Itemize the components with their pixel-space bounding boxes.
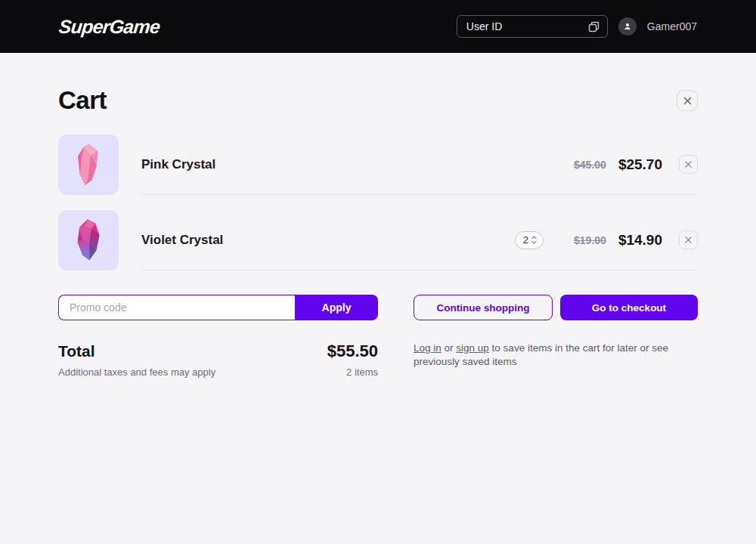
- promo-code-group: Apply: [58, 295, 378, 320]
- copy-icon[interactable]: [587, 20, 600, 33]
- remove-icon: [685, 236, 692, 243]
- total-line: Total $55.50: [58, 342, 378, 361]
- close-icon: [683, 97, 692, 105]
- user-id-label: User ID: [466, 20, 502, 32]
- pink-crystal-gem: [64, 140, 113, 190]
- item-old-price: $19.00: [574, 234, 606, 246]
- page-title: Cart: [58, 86, 107, 115]
- violet-crystal-image: [58, 210, 119, 270]
- quantity-stepper[interactable]: 2: [515, 231, 544, 249]
- checkout-actions: Continue shopping Go to checkout: [414, 295, 698, 320]
- logo: SuperGame: [57, 16, 160, 38]
- continue-shopping-button[interactable]: Continue shopping: [414, 295, 553, 320]
- totals-block: Total $55.50 Additional taxes and fees m…: [58, 342, 378, 378]
- close-cart-button[interactable]: [677, 90, 698, 111]
- remove-icon: [685, 161, 692, 168]
- user-id-field[interactable]: User ID: [457, 15, 608, 38]
- violet-crystal-gem: [64, 215, 113, 265]
- item-price: $14.90: [618, 232, 662, 249]
- remove-item-button[interactable]: [679, 230, 698, 249]
- cart-header: Cart: [58, 86, 698, 115]
- item-body: Pink Crystal $45.00 $25.70: [141, 134, 698, 195]
- total-subline: Additional taxes and fees may apply 2 it…: [58, 366, 378, 378]
- items-count: 2 items: [346, 366, 378, 378]
- login-note: Log in or sign up to save items in the c…: [414, 342, 698, 378]
- quantity-value: 2: [523, 234, 528, 246]
- summary-row: Total $55.50 Additional taxes and fees m…: [58, 342, 698, 378]
- promo-code-input[interactable]: [58, 295, 295, 320]
- item-old-price: $45.00: [574, 159, 606, 171]
- item-controls: 2 $19.00 $14.90: [515, 230, 698, 249]
- apply-promo-button[interactable]: Apply: [295, 295, 378, 320]
- avatar[interactable]: [618, 17, 637, 36]
- item-price: $25.70: [618, 156, 662, 173]
- pink-crystal-image: [58, 134, 119, 195]
- actions-row: Apply Continue shopping Go to checkout: [58, 295, 698, 320]
- username: Gamer007: [647, 20, 697, 32]
- header-right: User ID Gamer007: [457, 15, 697, 38]
- log-in-link[interactable]: Log in: [414, 342, 442, 354]
- remove-item-button[interactable]: [679, 155, 698, 174]
- person-icon: [622, 21, 633, 32]
- item-name: Violet Crystal: [141, 233, 223, 248]
- taxes-note: Additional taxes and fees may apply: [58, 366, 215, 378]
- item-controls: $45.00 $25.70: [574, 155, 698, 174]
- item-body: Violet Crystal 2 $19.00 $14.90: [141, 210, 698, 270]
- item-name: Pink Crystal: [141, 157, 215, 172]
- login-note-separator: or: [442, 342, 457, 354]
- cart-items-list: Pink Crystal $45.00 $25.70: [58, 134, 698, 270]
- sign-up-link[interactable]: sign up: [456, 342, 489, 354]
- total-label: Total: [58, 342, 95, 360]
- cart-item-pink-crystal: Pink Crystal $45.00 $25.70: [58, 134, 698, 195]
- app-header: SuperGame User ID Gamer007: [0, 0, 756, 53]
- cart-item-violet-crystal: Violet Crystal 2 $19.00 $14.90: [58, 210, 698, 270]
- stepper-arrows-icon: [531, 236, 537, 244]
- cart-panel: Cart Pink Crystal: [58, 86, 698, 378]
- total-value: $55.50: [327, 342, 378, 361]
- go-to-checkout-button[interactable]: Go to checkout: [560, 295, 698, 320]
